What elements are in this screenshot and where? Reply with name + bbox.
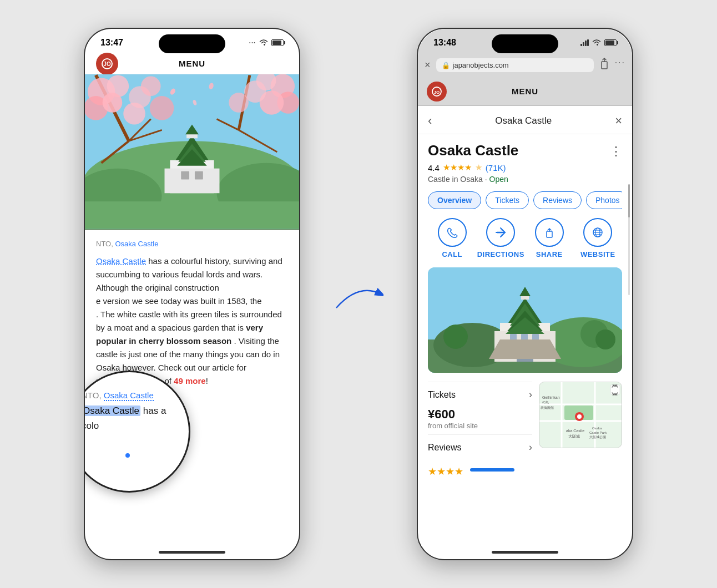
more-button[interactable]: ··· xyxy=(615,58,625,73)
magnifier-content: NTO, Osaka Castle Osaka Castle has a col… xyxy=(85,378,190,444)
stars: ★★★★ xyxy=(443,163,472,173)
maps-panel: ‹ Osaka Castle × Osaka Castle ⋮ 4.4 ★★★★… xyxy=(418,106,632,485)
tickets-source: from official site xyxy=(428,422,532,430)
scrollbar-thumb xyxy=(628,184,630,217)
tab-reviews[interactable]: Reviews xyxy=(533,191,582,209)
signal-icon-2 xyxy=(580,39,589,46)
map-thumbnail[interactable]: Geihinkan の丸 表御殿館 aka Castle 大阪城 Osaka C… xyxy=(539,382,622,448)
lock-icon: 🔒 xyxy=(442,62,450,69)
more-options-button[interactable]: ⋮ xyxy=(610,142,622,159)
url-text: japanobjects.com xyxy=(453,61,509,69)
browser-close-button[interactable]: × xyxy=(425,59,431,71)
svg-point-70 xyxy=(443,325,468,349)
nav-bar-1: JO MENU xyxy=(85,53,299,74)
app-nav-2: JO MENU xyxy=(418,77,632,106)
signal-icon-1: ··· xyxy=(249,39,256,46)
osaka-castle-breadcrumb-link[interactable]: Osaka Castle xyxy=(115,240,158,248)
battery-icon-1 xyxy=(271,39,284,46)
time-2: 13:48 xyxy=(433,38,456,48)
svg-point-29 xyxy=(123,103,145,125)
website-button[interactable]: WEBSITE xyxy=(574,218,623,258)
scrollbar[interactable] xyxy=(628,184,630,295)
status-icons-2 xyxy=(580,39,617,47)
website-label: WEBSITE xyxy=(580,250,615,258)
cursor-dot xyxy=(125,453,130,458)
tickets-price: ¥600 xyxy=(428,407,532,422)
directions-icon-circle xyxy=(486,218,515,247)
magnifier: NTO, Osaka Castle Osaka Castle has a col… xyxy=(85,371,190,493)
share-button[interactable] xyxy=(599,58,609,73)
time-1: 13:47 xyxy=(100,38,123,48)
osaka-castle-article-link[interactable]: Osaka Castle xyxy=(96,256,146,266)
place-title: Osaka Castle xyxy=(428,142,518,159)
call-button[interactable]: CALL xyxy=(428,218,477,258)
place-rating: 4.4 ★★★★ ★ (71K) xyxy=(428,163,622,173)
svg-text:JO: JO xyxy=(103,61,111,67)
dynamic-island-1 xyxy=(159,34,225,53)
tickets-row: Tickets › xyxy=(428,382,532,407)
svg-marker-69 xyxy=(489,339,561,359)
half-star: ★ xyxy=(475,163,482,173)
svg-point-88 xyxy=(577,414,582,419)
svg-text:の丸: の丸 xyxy=(542,401,549,404)
menu-label-1: MENU xyxy=(179,59,205,68)
article-paragraph: Osaka Castle has a colourful history, su… xyxy=(96,255,288,388)
svg-text:大阪城公園: 大阪城公園 xyxy=(589,435,606,439)
hero-image-1 xyxy=(85,74,299,230)
tickets-price-block: ¥600 from official site xyxy=(428,407,532,430)
svg-rect-39 xyxy=(85,201,299,229)
wifi-icon-2 xyxy=(592,39,601,47)
tickets-info: Tickets xyxy=(428,390,456,400)
svg-text:表御殿館: 表御殿館 xyxy=(541,406,554,409)
svg-point-25 xyxy=(103,93,123,113)
action-buttons: CALL DIRECTIONS SHARE xyxy=(428,218,622,258)
url-bar[interactable]: 🔒 japanobjects.com xyxy=(436,58,594,72)
reviews-arrow[interactable]: › xyxy=(529,442,532,453)
tickets-map-row: Tickets › ¥600 from official site Review… xyxy=(428,382,622,478)
svg-rect-7 xyxy=(165,169,220,194)
reviews-row: Reviews › xyxy=(428,434,532,460)
tickets-arrow[interactable]: › xyxy=(529,389,532,401)
svg-text:JO: JO xyxy=(434,90,440,95)
svg-text:aka Castle: aka Castle xyxy=(566,429,584,433)
svg-rect-45 xyxy=(547,231,552,237)
breadcrumb-1: NTO, Osaka Castle xyxy=(96,239,288,250)
status-icons-1: ··· xyxy=(249,39,284,47)
tab-tickets[interactable]: Tickets xyxy=(486,191,529,209)
tickets-section: Tickets › ¥600 from official site Review… xyxy=(428,382,532,478)
share-label: SHARE xyxy=(536,250,563,258)
review-count[interactable]: (71K) xyxy=(486,163,506,173)
directions-label: DIRECTIONS xyxy=(477,250,524,258)
magnifier-link: Osaka Castle xyxy=(104,391,154,401)
arrow xyxy=(334,277,383,311)
maps-back-button[interactable]: ‹ xyxy=(428,114,432,128)
svg-rect-13 xyxy=(181,171,189,180)
menu-label-2: MENU xyxy=(512,87,538,96)
battery-icon-2 xyxy=(604,39,617,46)
scene: 13:47 ··· JO MENU xyxy=(67,11,650,577)
directions-button[interactable]: DIRECTIONS xyxy=(477,218,526,258)
home-indicator-2 xyxy=(492,551,558,554)
svg-text:Castle Park: Castle Park xyxy=(589,431,607,434)
svg-text:Geihinkan: Geihinkan xyxy=(542,396,560,399)
open-status: Open xyxy=(489,175,508,184)
share-action-button[interactable]: SHARE xyxy=(525,218,574,258)
magnifier-text: Osaka Castle has a colo xyxy=(85,404,183,433)
home-indicator-1 xyxy=(159,551,225,554)
phone-2: 13:48 × 🔒 xyxy=(417,28,633,560)
svg-marker-44 xyxy=(497,229,505,236)
dynamic-island-2 xyxy=(492,34,558,53)
maps-close-button[interactable]: × xyxy=(615,114,622,128)
wifi-icon-1 xyxy=(259,39,268,47)
tab-overview[interactable]: Overview xyxy=(428,191,481,209)
tickets-label: Tickets xyxy=(428,390,456,399)
place-photo xyxy=(428,267,622,373)
tab-photos[interactable]: Photos xyxy=(586,191,622,209)
logo-1: JO xyxy=(96,53,118,75)
svg-point-35 xyxy=(229,93,249,113)
phone-1: 13:47 ··· JO MENU xyxy=(84,28,300,560)
maps-title: Osaka Castle xyxy=(495,115,552,126)
place-type: Castle in Osaka · Open xyxy=(428,175,622,184)
magnifier-breadcrumb: NTO, Osaka Castle xyxy=(85,389,183,402)
reviews-label: Reviews xyxy=(428,443,461,453)
